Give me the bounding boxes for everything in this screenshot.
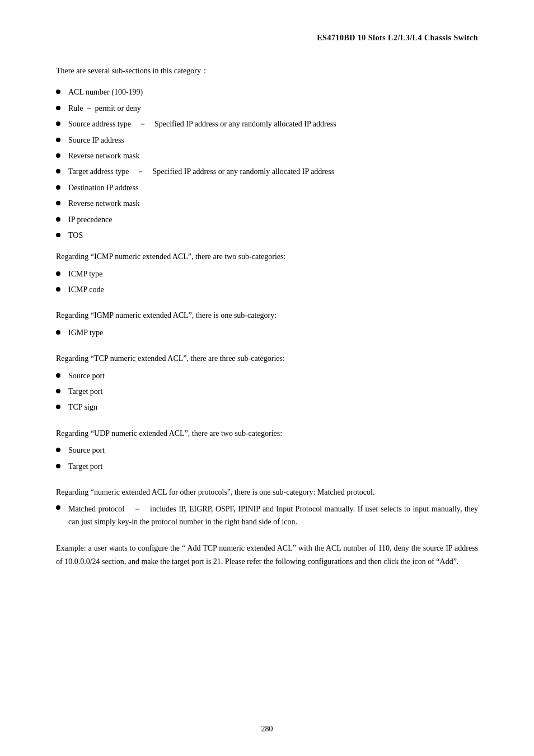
bullet-text: ACL number (100-199) <box>68 86 478 98</box>
list-item: Source port <box>56 444 478 457</box>
udp-section: Regarding “UDP numeric extended ACL”, th… <box>56 428 478 473</box>
bullet-icon <box>56 373 60 378</box>
matched-protocol-item: Matched protocol － includes IP, EIGRP, O… <box>56 503 478 528</box>
bullet-text: Rule － permit or deny <box>68 102 478 115</box>
page-title: ES4710BD 10 Slots L2/L3/L4 Chassis Switc… <box>56 34 478 43</box>
example-section: Example: a user wants to configure the “… <box>56 542 478 569</box>
bullet-icon <box>56 153 60 158</box>
tcp-bullet-list: Source port Target port TCP sign <box>56 370 478 414</box>
list-item: IP precedence <box>56 214 478 226</box>
list-item: Destination IP address <box>56 182 478 194</box>
bullet-text: TOS <box>68 229 478 242</box>
bullet-icon <box>56 505 60 510</box>
list-item: Target port <box>56 461 478 473</box>
bullet-text: Source port <box>68 370 478 382</box>
bullet-icon <box>56 201 60 205</box>
icmp-section: Regarding “ICMP numeric extended ACL”, t… <box>56 251 478 296</box>
bullet-icon <box>56 287 60 292</box>
bullet-icon <box>56 185 60 190</box>
bullet-icon <box>56 464 60 468</box>
list-item: IGMP type <box>56 327 478 339</box>
matched-protocol-text: Matched protocol － includes IP, EIGRP, O… <box>68 503 478 528</box>
bullet-icon <box>56 217 60 222</box>
bullet-text: IP precedence <box>68 214 478 226</box>
other-section: Regarding “numeric extended ACL for othe… <box>56 486 478 528</box>
bullet-icon <box>56 169 60 173</box>
bullet-icon <box>56 448 60 452</box>
bullet-text: Source IP address <box>68 134 478 147</box>
bullet-text: IGMP type <box>68 327 478 339</box>
intro-text: There are several sub-sections in this c… <box>56 65 478 77</box>
bullet-icon <box>56 90 60 94</box>
icmp-bullet-list: ICMP type ICMP code <box>56 268 478 297</box>
igmp-bullet-list: IGMP type <box>56 327 478 339</box>
igmp-section: Regarding “IGMP numeric extended ACL”, t… <box>56 309 478 339</box>
tcp-section: Regarding “TCP numeric extended ACL”, th… <box>56 353 478 414</box>
bullet-text: Target address type － Specified IP addre… <box>68 166 478 178</box>
list-item: Rule － permit or deny <box>56 102 478 115</box>
udp-bullet-list: Source port Target port <box>56 444 478 473</box>
bullet-text: ICMP code <box>68 284 478 296</box>
bullet-text: Reverse network mask <box>68 150 478 162</box>
igmp-intro: Regarding “IGMP numeric extended ACL”, t… <box>56 309 478 322</box>
bullet-text: Source address type － Specified IP addre… <box>68 118 478 130</box>
list-item: Target address type － Specified IP addre… <box>56 166 478 178</box>
list-item: ACL number (100-199) <box>56 86 478 98</box>
bullet-text: ICMP type <box>68 268 478 280</box>
other-intro: Regarding “numeric extended ACL for othe… <box>56 486 478 499</box>
bullet-icon <box>56 405 60 409</box>
bullet-icon <box>56 389 60 393</box>
list-item: TOS <box>56 229 478 242</box>
icmp-intro: Regarding “ICMP numeric extended ACL”, t… <box>56 251 478 263</box>
list-item: Reverse network mask <box>56 150 478 162</box>
list-item: Source address type － Specified IP addre… <box>56 118 478 130</box>
example-text: Example: a user wants to configure the “… <box>56 542 478 569</box>
list-item: Target port <box>56 386 478 398</box>
bullet-icon <box>56 233 60 237</box>
bullet-icon <box>56 121 60 126</box>
list-item: Source port <box>56 370 478 382</box>
bullet-text: Reverse network mask <box>68 198 478 210</box>
page-number: 280 <box>0 725 534 734</box>
bullet-text: Source port <box>68 444 478 457</box>
list-item: Source IP address <box>56 134 478 147</box>
bullet-text: Target port <box>68 386 478 398</box>
tcp-intro: Regarding “TCP numeric extended ACL”, th… <box>56 353 478 365</box>
list-item: ICMP code <box>56 284 478 296</box>
bullet-icon <box>56 330 60 335</box>
bullet-text: TCP sign <box>68 401 478 414</box>
bullet-text: Target port <box>68 461 478 473</box>
list-item: ICMP type <box>56 268 478 280</box>
page: ES4710BD 10 Slots L2/L3/L4 Chassis Switc… <box>0 0 534 756</box>
main-bullet-list: ACL number (100-199) Rule － permit or de… <box>56 86 478 242</box>
bullet-icon <box>56 271 60 276</box>
udp-intro: Regarding “UDP numeric extended ACL”, th… <box>56 428 478 440</box>
bullet-icon <box>56 106 60 110</box>
list-item: Reverse network mask <box>56 198 478 210</box>
bullet-icon <box>56 138 60 142</box>
list-item: TCP sign <box>56 401 478 414</box>
bullet-text: Destination IP address <box>68 182 478 194</box>
